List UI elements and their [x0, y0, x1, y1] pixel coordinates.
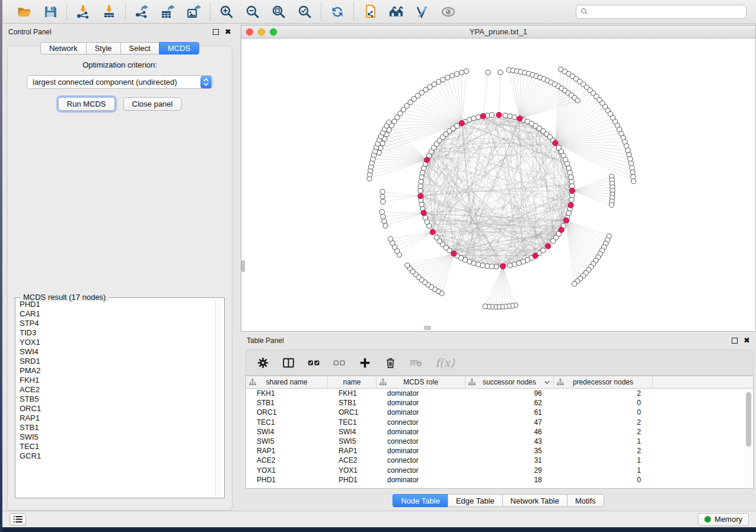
mcds-result-item[interactable]: YOX1 [17, 338, 215, 347]
export-image-icon[interactable] [186, 4, 202, 20]
tab-select[interactable]: Select [120, 42, 159, 55]
refresh-layout-icon[interactable] [330, 4, 345, 20]
network-node[interactable] [476, 262, 480, 267]
network-node[interactable] [464, 69, 469, 73]
cell-name[interactable]: FKH1 [328, 389, 377, 398]
cell-MCDS-role[interactable]: dominator [377, 389, 465, 398]
cell-successor-nodes[interactable]: 43 [465, 437, 554, 446]
zoom-out-icon[interactable] [245, 4, 260, 20]
column-header-name[interactable]: name [328, 376, 377, 388]
column-view-icon[interactable] [282, 357, 295, 369]
network-node[interactable] [405, 263, 410, 268]
deselect-all-icon[interactable] [333, 357, 346, 369]
network-node[interactable] [459, 70, 464, 75]
mcds-node[interactable] [430, 229, 435, 235]
tab-mcds[interactable]: MCDS [159, 42, 199, 55]
search-field[interactable] [576, 5, 747, 19]
cell-name[interactable]: ORC1 [328, 408, 377, 416]
network-node[interactable] [486, 70, 490, 75]
cell-successor-nodes[interactable]: 31 [465, 456, 554, 464]
mcds-node[interactable] [418, 193, 423, 198]
mcds-node[interactable] [500, 264, 506, 269]
network-node[interactable] [572, 281, 577, 286]
cell-shared-name[interactable]: PHD1 [246, 476, 328, 484]
import-table-icon[interactable] [101, 4, 117, 20]
network-node[interactable] [379, 210, 384, 214]
cell-MCDS-role[interactable]: connector [377, 437, 465, 446]
network-node[interactable] [569, 175, 573, 180]
table-row[interactable]: PHD1PHD1dominator180 [246, 475, 753, 485]
mcds-result-item[interactable]: TID3 [17, 328, 215, 338]
cell-MCDS-role[interactable]: connector [377, 466, 465, 475]
close-panel-button[interactable]: Close panel [123, 97, 182, 111]
network-node[interactable] [630, 165, 634, 170]
table-row[interactable]: FKH1FKH1dominator962 [246, 389, 753, 398]
column-header-MCDS-role[interactable]: MCDS role [377, 376, 465, 388]
table-scrollbar[interactable] [745, 389, 752, 488]
cell-shared-name[interactable]: YOX1 [246, 466, 328, 475]
cell-predecessor-nodes[interactable]: 2 [554, 389, 653, 398]
network-node[interactable] [551, 239, 556, 243]
cell-name[interactable]: PHD1 [328, 476, 377, 484]
mcds-node[interactable] [496, 112, 502, 117]
network-node[interactable] [476, 115, 480, 120]
cell-predecessor-nodes[interactable]: 0 [554, 476, 653, 484]
mcds-result-item[interactable]: SWI5 [17, 432, 215, 442]
network-node[interactable] [441, 77, 445, 82]
mcds-result-item[interactable]: STB1 [17, 423, 215, 432]
network-window-titlebar[interactable]: YPA_prune.txt_1 [241, 25, 755, 39]
cell-predecessor-nodes[interactable]: 1 [554, 466, 653, 475]
network-node[interactable] [436, 79, 441, 84]
network-node[interactable] [381, 214, 385, 219]
mcds-node[interactable] [563, 217, 569, 223]
zoom-fit-icon[interactable] [271, 4, 286, 20]
table-row[interactable]: SWI5SWI5connector431 [246, 437, 753, 446]
cell-shared-name[interactable]: SWI5 [246, 437, 328, 446]
first-neighbors-icon[interactable] [388, 4, 404, 20]
network-vertical-scrollbar[interactable] [241, 260, 245, 272]
cell-predecessor-nodes[interactable]: 2 [554, 447, 653, 455]
network-node[interactable] [382, 219, 387, 223]
cell-shared-name[interactable]: ACE2 [246, 456, 328, 464]
cell-successor-nodes[interactable]: 18 [465, 476, 554, 484]
mcds-result-item[interactable]: GCR1 [17, 451, 215, 461]
network-node[interactable] [512, 115, 517, 120]
network-canvas[interactable] [241, 39, 755, 331]
network-node[interactable] [575, 98, 580, 103]
network-node[interactable] [434, 235, 439, 240]
network-node[interactable] [508, 114, 512, 118]
close-panel-icon[interactable]: ✖ [225, 29, 231, 35]
cell-successor-nodes[interactable]: 46 [465, 428, 554, 436]
tab-motifs[interactable]: Motifs [567, 494, 604, 507]
network-node[interactable] [498, 70, 503, 75]
network-node[interactable] [419, 179, 423, 184]
cell-MCDS-role[interactable]: dominator [377, 408, 465, 416]
import-network-icon[interactable] [75, 4, 91, 20]
network-node[interactable] [484, 264, 489, 268]
network-horizontal-scrollbar[interactable] [424, 326, 431, 330]
float-panel-icon[interactable] [213, 29, 219, 35]
mcds-node[interactable] [451, 251, 457, 257]
mcds-result-item[interactable]: TEC1 [17, 442, 215, 451]
run-mcds-button[interactable]: Run MCDS [58, 97, 115, 111]
table-scrollbar-thumb[interactable] [746, 392, 751, 447]
cell-shared-name[interactable]: TEC1 [246, 418, 328, 427]
mcds-result-item[interactable]: PMA2 [17, 366, 215, 376]
network-node[interactable] [471, 116, 476, 121]
mcds-result-item[interactable]: SRD1 [17, 357, 215, 366]
mcds-result-item[interactable]: PHD1 [17, 300, 215, 309]
add-column-icon[interactable] [359, 357, 371, 369]
mcds-node[interactable] [421, 210, 426, 216]
network-node[interactable] [419, 175, 424, 180]
network-node[interactable] [489, 113, 494, 117]
delete-column-trash-icon[interactable] [384, 357, 397, 369]
mcds-node[interactable] [517, 116, 522, 121]
delete-table-icon[interactable] [410, 357, 422, 369]
network-node[interactable] [566, 166, 571, 171]
search-input[interactable] [591, 8, 742, 16]
network-node[interactable] [387, 120, 391, 124]
mcds-result-item[interactable]: RAP1 [17, 414, 215, 423]
table-row[interactable]: TEC1TEC1connector472 [246, 418, 753, 427]
mcds-node[interactable] [553, 140, 558, 146]
network-node[interactable] [418, 184, 423, 188]
